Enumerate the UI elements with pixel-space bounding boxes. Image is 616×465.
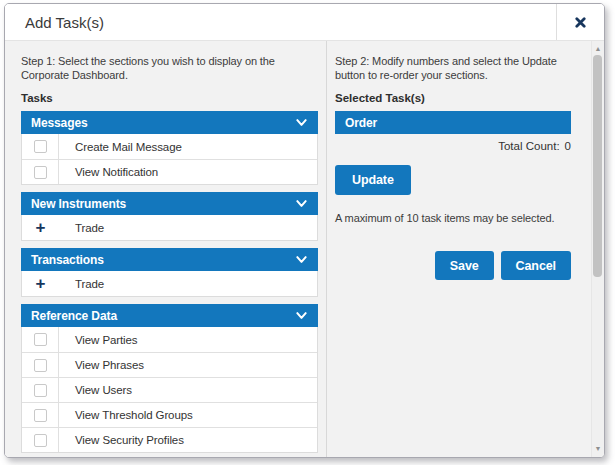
checkbox-cell xyxy=(22,378,59,402)
task-label: Create Mail Message xyxy=(59,141,182,153)
task-label: View Notification xyxy=(59,166,158,178)
task-section: Messages Create Mail MessageView Notific… xyxy=(21,111,318,185)
scroll-down-icon[interactable]: ▼ xyxy=(592,443,604,455)
section-header[interactable]: Reference Data xyxy=(21,304,318,327)
section-title: Messages xyxy=(31,116,295,130)
chevron-down-icon xyxy=(295,116,308,129)
close-button[interactable] xyxy=(556,4,604,40)
task-row: View Threshold Groups xyxy=(22,402,317,427)
task-row: View Users xyxy=(22,377,317,402)
plus-icon[interactable]: + xyxy=(36,277,46,290)
selected-tasks-heading: Selected Task(s) xyxy=(335,92,571,104)
tasks-heading: Tasks xyxy=(21,92,318,104)
update-button[interactable]: Update xyxy=(335,165,411,195)
order-header-label: Order xyxy=(345,116,561,130)
scrollbar-thumb[interactable] xyxy=(593,55,602,277)
section-title: New Instruments xyxy=(31,197,295,211)
chevron-down-icon xyxy=(295,309,308,322)
task-row: View Notification xyxy=(22,159,317,184)
task-section: Reference Data View PartiesView PhrasesV… xyxy=(21,304,318,453)
checkbox-cell xyxy=(22,134,59,159)
task-label: Trade xyxy=(59,222,104,234)
task-row: +Trade xyxy=(22,215,317,240)
task-row: View Parties xyxy=(22,327,317,352)
section-title: Reference Data xyxy=(31,309,295,323)
add-cell: + xyxy=(22,215,59,240)
action-buttons: Save Cancel xyxy=(335,251,571,280)
right-pane: Step 2: Modify numbers and select the Up… xyxy=(327,41,604,457)
checkbox-cell xyxy=(22,428,59,452)
section-header[interactable]: Transactions xyxy=(21,248,318,271)
save-button[interactable]: Save xyxy=(435,251,494,280)
checkbox-cell xyxy=(22,403,59,427)
task-section: Transactions +Trade xyxy=(21,248,318,297)
task-checkbox[interactable] xyxy=(34,166,47,179)
section-rows: View PartiesView PhrasesView UsersView T… xyxy=(21,327,318,453)
scrollbar[interactable]: ▲ ▼ xyxy=(591,41,604,457)
add-cell: + xyxy=(22,271,59,296)
order-header[interactable]: Order xyxy=(335,111,571,134)
task-label: Trade xyxy=(59,278,104,290)
scroll-up-icon[interactable]: ▲ xyxy=(592,43,604,55)
section-rows: +Trade xyxy=(21,271,318,297)
task-label: View Phrases xyxy=(59,359,144,371)
task-checkbox[interactable] xyxy=(34,359,47,372)
section-rows: +Trade xyxy=(21,215,318,241)
dialog-body: Step 1: Select the sections you wish to … xyxy=(5,41,604,457)
close-icon xyxy=(575,17,586,28)
step2-text: Step 2: Modify numbers and select the Up… xyxy=(335,54,571,82)
task-row: View Phrases xyxy=(22,352,317,377)
chevron-down-icon xyxy=(295,253,308,266)
task-label: View Users xyxy=(59,384,132,396)
task-label: View Threshold Groups xyxy=(59,409,193,421)
chevron-down-icon xyxy=(295,197,308,210)
section-title: Transactions xyxy=(31,253,295,267)
task-checkbox[interactable] xyxy=(34,384,47,397)
checkbox-cell xyxy=(22,327,59,352)
task-row: View Security Profiles xyxy=(22,427,317,452)
task-sections: Messages Create Mail MessageView Notific… xyxy=(21,111,318,453)
task-checkbox[interactable] xyxy=(34,140,47,153)
total-count-value: 0 xyxy=(565,140,571,152)
section-rows: Create Mail MessageView Notification xyxy=(21,134,318,185)
dialog-title: Add Task(s) xyxy=(5,14,556,31)
step1-text: Step 1: Select the sections you wish to … xyxy=(21,54,318,82)
section-header[interactable]: New Instruments xyxy=(21,192,318,215)
cancel-button[interactable]: Cancel xyxy=(501,251,571,280)
task-label: View Parties xyxy=(59,334,138,346)
checkbox-cell xyxy=(22,160,59,184)
task-label: View Security Profiles xyxy=(59,434,184,446)
task-checkbox[interactable] xyxy=(34,409,47,422)
task-row: +Trade xyxy=(22,271,317,296)
left-pane: Step 1: Select the sections you wish to … xyxy=(5,41,327,457)
section-header[interactable]: Messages xyxy=(21,111,318,134)
checkbox-cell xyxy=(22,353,59,377)
plus-icon[interactable]: + xyxy=(36,221,46,234)
max-items-note: A maximum of 10 task items may be select… xyxy=(335,212,571,224)
dialog-titlebar: Add Task(s) xyxy=(5,4,604,41)
total-count: Total Count:0 xyxy=(335,140,571,152)
task-checkbox[interactable] xyxy=(34,333,47,346)
task-section: New Instruments +Trade xyxy=(21,192,318,241)
add-tasks-dialog: Add Task(s) Step 1: Select the sections … xyxy=(4,3,605,458)
task-row: Create Mail Message xyxy=(22,134,317,159)
task-checkbox[interactable] xyxy=(34,434,47,447)
total-count-label: Total Count: xyxy=(498,140,559,152)
